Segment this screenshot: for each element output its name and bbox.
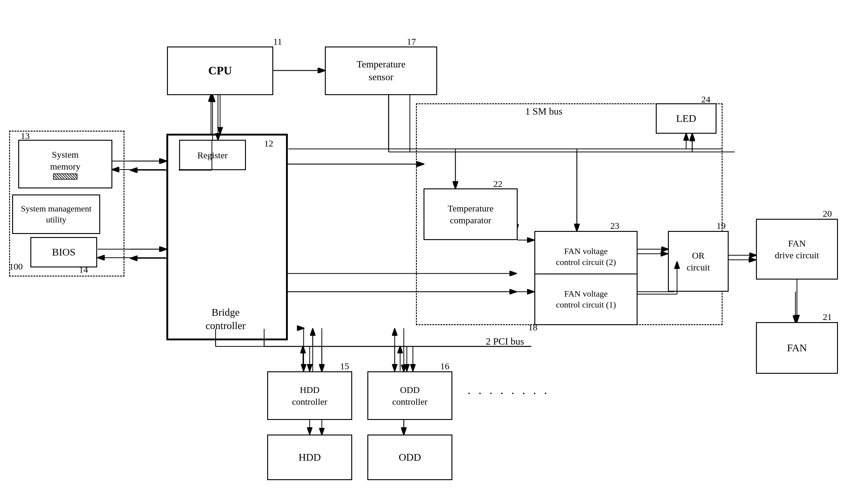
temp-sensor-box: Temperaturesensor (325, 47, 437, 95)
fan-drive-ref: 20 (823, 209, 832, 219)
led-box: LED (656, 103, 716, 134)
system-mgmt-label: System managementutility (21, 203, 92, 225)
or-circuit-ref: 19 (716, 221, 726, 231)
hdd-label: HDD (298, 451, 321, 464)
fan-voltage-2-ref: 23 (610, 221, 619, 231)
ref-18: 18 (528, 322, 537, 332)
fan-box: FAN (756, 322, 838, 374)
or-circuit-box: ORcircuit (668, 231, 728, 292)
hdd-controller-label: HDDcontroller (292, 384, 328, 408)
fan-drive-label: FANdrive circuit (775, 237, 819, 261)
fan-label: FAN (787, 341, 807, 355)
hdd-controller-ref: 15 (340, 361, 349, 371)
register-box: Register (179, 140, 246, 170)
temp-comparator-label: Temperaturecomparator (447, 202, 493, 226)
odd-label: ODD (399, 451, 421, 464)
or-circuit-label: ORcircuit (687, 250, 710, 273)
sm-bus-label: 1 SM bus (525, 106, 562, 117)
register-label: Register (197, 149, 228, 161)
bridge-controller-ref: 12 (264, 138, 273, 149)
fan-voltage-1-label: FAN voltagecontrol circuit (1) (556, 288, 616, 311)
ellipsis: . . . . . . . . (467, 383, 549, 397)
bridge-controller-label: Bridgecontroller (206, 306, 246, 332)
fan-drive-box: FANdrive circuit (756, 219, 838, 280)
odd-controller-label: ODDcontroller (392, 384, 428, 408)
temp-comparator-box: Temperaturecomparator (424, 188, 518, 240)
hdd-controller-box: HDDcontroller (267, 371, 352, 420)
fan-ref: 21 (823, 312, 832, 322)
hdd-box: HDD (267, 434, 352, 480)
odd-controller-box: ODDcontroller (368, 371, 452, 420)
bios-ref: 14 (79, 264, 88, 275)
led-label: LED (676, 112, 696, 125)
odd-controller-ref: 16 (440, 361, 450, 371)
system-mgmt-box: System managementutility (12, 194, 100, 234)
cpu-box: CPU (167, 47, 273, 95)
bios-box: BIOS (30, 237, 97, 268)
bios-label: BIOS (52, 245, 75, 259)
temp-comparator-ref: 22 (493, 179, 503, 189)
fan-voltage-2-label: FAN voltagecontrol circuit (2) (556, 246, 616, 268)
cpu-label: CPU (208, 63, 232, 78)
led-ref: 24 (701, 94, 711, 104)
cpu-ref: 11 (273, 37, 282, 47)
temp-sensor-label: Temperaturesensor (356, 58, 405, 83)
fan-voltage-1-box: FAN voltagecontrol circuit (1) (534, 273, 638, 325)
pci-bus-label: 2 PCI bus (486, 336, 524, 347)
odd-box: ODD (368, 434, 452, 480)
ref-100: 100 (9, 261, 23, 272)
temp-sensor-ref: 17 (407, 37, 416, 47)
